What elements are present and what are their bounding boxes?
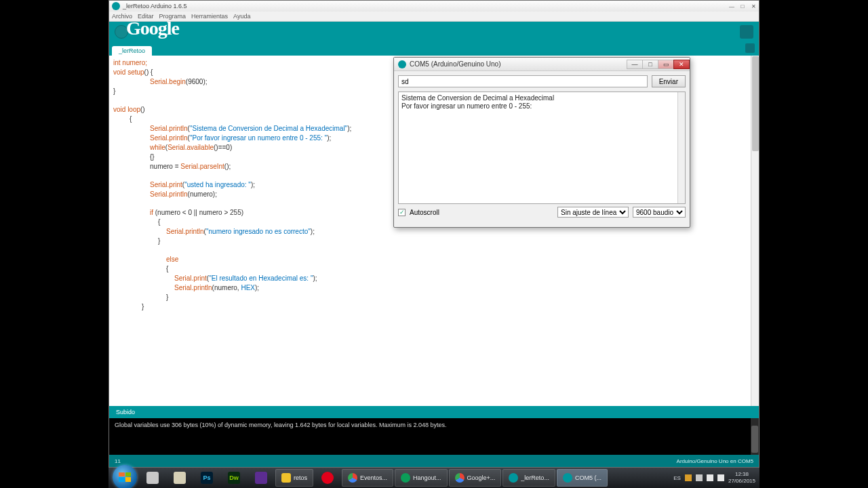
task-chrome-eventos[interactable]: Eventos... bbox=[342, 469, 393, 487]
status-text: Subido bbox=[116, 409, 135, 415]
clock-date: 27/06/2015 bbox=[728, 478, 755, 485]
tray-flag-icon[interactable] bbox=[685, 474, 692, 481]
serial-minimize-button[interactable]: — bbox=[627, 60, 643, 69]
task-chrome-google[interactable]: Google+... bbox=[449, 469, 502, 487]
system-tray: ES 12:38 27/06/2015 bbox=[673, 471, 760, 485]
serial-output-line: Por favor ingresar un numero entre 0 - 2… bbox=[401, 102, 682, 110]
menu-ayuda[interactable]: Ayuda bbox=[233, 13, 250, 20]
tray-network-icon[interactable] bbox=[696, 474, 703, 481]
board-indicator: Arduino/Genuino Uno en COM5 bbox=[677, 458, 753, 464]
serial-title: COM5 (Arduino/Genuino Uno) bbox=[410, 60, 501, 68]
windows-logo-icon bbox=[119, 472, 131, 482]
clock-time: 12:38 bbox=[728, 471, 755, 478]
serial-restore-button[interactable]: ▭ bbox=[658, 60, 674, 69]
pinned-app-visualstudio[interactable] bbox=[248, 469, 274, 487]
task-arduino-sketch[interactable]: _lerReto... bbox=[502, 469, 555, 487]
serial-send-button[interactable]: Enviar bbox=[652, 75, 686, 87]
pinned-app-opera[interactable] bbox=[315, 469, 340, 487]
maximize-button[interactable]: □ bbox=[737, 1, 748, 11]
serial-maximize-button[interactable]: □ bbox=[642, 60, 658, 69]
autoscroll-checkbox[interactable]: ✓ bbox=[398, 209, 406, 216]
logo-overlay: Google bbox=[126, 18, 179, 39]
serial-monitor-button[interactable] bbox=[740, 25, 753, 39]
pinned-app[interactable] bbox=[140, 469, 165, 487]
serial-monitor-window: COM5 (Arduino/Genuino Uno) — □ ▭ ✕ Envia… bbox=[393, 57, 690, 228]
ide-title: _lerRetoo Arduino 1.6.5 bbox=[123, 3, 187, 9]
pinned-app[interactable] bbox=[167, 469, 193, 487]
line-ending-select[interactable]: Sin ajuste de línea bbox=[557, 207, 629, 218]
start-button[interactable] bbox=[113, 465, 137, 489]
task-hangouts[interactable]: Hangout... bbox=[395, 469, 448, 487]
windows-taskbar: Ps Dw retos Eventos... Hangout... Google… bbox=[108, 468, 760, 488]
serial-input[interactable] bbox=[398, 75, 648, 87]
minimize-button[interactable]: — bbox=[726, 1, 737, 11]
tray-action-center-icon[interactable] bbox=[707, 474, 713, 481]
ide-titlebar[interactable]: _lerRetoo Arduino 1.6.5 — □ ✕ bbox=[109, 1, 759, 12]
baud-select[interactable]: 9600 baudio bbox=[633, 207, 686, 218]
autoscroll-label: Autoscroll bbox=[410, 209, 439, 216]
console-scrollbar[interactable] bbox=[751, 418, 759, 455]
close-button[interactable]: ✕ bbox=[748, 1, 759, 11]
task-arduino-serial[interactable]: COM5 (... bbox=[557, 469, 608, 487]
tray-volume-icon[interactable] bbox=[717, 474, 724, 481]
ide-menubar: Archivo Editar Programa Herramientas Ayu… bbox=[109, 12, 759, 22]
menu-herramientas[interactable]: Herramientas bbox=[191, 13, 228, 20]
sketch-tab[interactable]: _lerRetoo bbox=[112, 46, 152, 56]
arduino-icon bbox=[112, 2, 120, 10]
console-line: Global variables use 306 bytes (10%) of … bbox=[115, 421, 753, 430]
ide-tabbar: _lerRetoo bbox=[109, 42, 759, 56]
code-line: int numero; bbox=[113, 59, 147, 66]
ide-bottombar: 11 Arduino/Genuino Uno en COM5 bbox=[109, 455, 759, 467]
serial-titlebar[interactable]: COM5 (Arduino/Genuino Uno) — □ ▭ ✕ bbox=[394, 58, 690, 71]
taskbar-clock[interactable]: 12:38 27/06/2015 bbox=[728, 471, 755, 485]
editor-scrollbar[interactable] bbox=[751, 56, 759, 406]
ide-statusbar: Subido bbox=[109, 406, 759, 418]
arduino-icon bbox=[398, 60, 406, 68]
ide-console[interactable]: Global variables use 306 bytes (10%) of … bbox=[109, 418, 759, 455]
task-explorer[interactable]: retos bbox=[275, 469, 313, 487]
serial-output[interactable]: Sistema de Conversion de Decimal a Hexad… bbox=[398, 92, 686, 204]
tab-menu-button[interactable] bbox=[745, 43, 755, 53]
language-indicator[interactable]: ES bbox=[673, 475, 681, 481]
ide-toolbar: Google bbox=[109, 22, 759, 42]
serial-output-line: Sistema de Conversion de Decimal a Hexad… bbox=[401, 94, 682, 102]
serial-close-button[interactable]: ✕ bbox=[673, 60, 690, 69]
pinned-app-photoshop[interactable]: Ps bbox=[194, 469, 220, 487]
line-indicator: 11 bbox=[115, 458, 121, 464]
pinned-app-dreamweaver[interactable]: Dw bbox=[221, 469, 247, 487]
serial-output-scrollbar[interactable] bbox=[677, 92, 685, 203]
